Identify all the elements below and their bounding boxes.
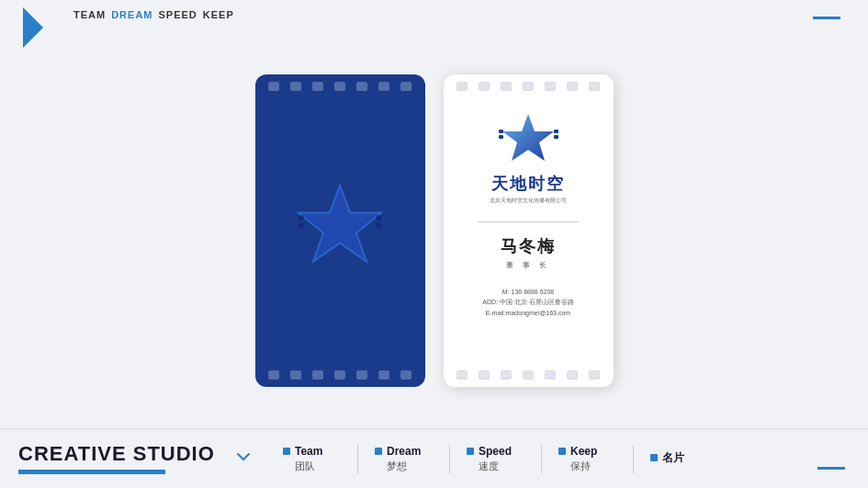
svg-rect-2: [299, 222, 304, 227]
perf-hole: [290, 82, 301, 91]
nav-dream-cn: 梦想: [375, 460, 433, 473]
perf-hole: [479, 370, 490, 380]
white-business-card: 天地时空 北京天地时空文化传播有限公司 马冬梅 董 事 长 M: 136 888…: [444, 74, 614, 387]
footer-left: CREATIVE STUDIO: [0, 429, 257, 488]
svg-rect-6: [499, 130, 503, 133]
divider: [478, 221, 579, 222]
contact-info: M: 136 8888 6208 ADD: 中国·北京·石景山区鲁谷路 E-ma…: [482, 287, 574, 320]
top-bar: TEAM DREAM SPEED KEEP: [0, 0, 868, 17]
perf-hole: [312, 370, 323, 380]
perf-hole: [479, 82, 490, 91]
svg-rect-1: [299, 215, 304, 220]
top-nav: TEAM DREAM SPEED KEEP: [73, 9, 234, 20]
svg-rect-3: [376, 215, 381, 220]
footer-nav-keep[interactable]: Keep 保持: [542, 445, 634, 473]
perf-hole: [268, 370, 279, 380]
nav-team-label: Team: [283, 445, 341, 458]
white-card-inner: 天地时空 北京天地时空文化传播有限公司 马冬梅 董 事 长 M: 136 888…: [444, 74, 614, 387]
perf-hole: [589, 370, 600, 380]
nav-keep-label: Keep: [558, 445, 616, 458]
nav-keep-cn: 保持: [558, 460, 616, 473]
triangle-logo: [23, 7, 43, 48]
white-perforations-top: [444, 82, 614, 91]
person-title: 董 事 长: [506, 260, 550, 270]
perf-hole: [378, 82, 389, 91]
nav-dot-dream: [375, 448, 382, 455]
svg-rect-9: [554, 135, 558, 139]
chevron-down-icon[interactable]: [234, 448, 253, 470]
svg-rect-7: [499, 135, 503, 139]
perf-hole: [501, 370, 512, 380]
creative-studio-title: CREATIVE STUDIO: [18, 443, 239, 465]
main-content: 天地时空 北京天地时空文化传播有限公司 马冬梅 董 事 长 M: 136 888…: [0, 46, 868, 433]
white-card-content: 天地时空 北京天地时空文化传播有限公司 马冬梅 董 事 长 M: 136 888…: [444, 102, 614, 329]
svg-rect-8: [554, 130, 558, 133]
footer-blue-bar: [18, 470, 165, 474]
perf-hole: [567, 370, 578, 380]
perf-hole: [523, 370, 534, 380]
perf-hole: [378, 370, 389, 380]
perf-hole: [567, 82, 578, 91]
nav-team-cn: 团队: [283, 460, 341, 473]
perf-hole: [501, 82, 512, 91]
nav-speed[interactable]: SPEED: [159, 9, 197, 20]
perf-hole: [545, 82, 556, 91]
perf-hole: [268, 82, 279, 91]
nav-speed-label: Speed: [467, 445, 524, 458]
person-name: 马冬梅: [501, 235, 556, 257]
perf-hole: [589, 82, 600, 91]
nav-dream-label: Dream: [375, 445, 433, 458]
svg-marker-5: [502, 114, 554, 161]
svg-rect-4: [376, 222, 381, 227]
perf-hole: [290, 370, 301, 380]
perf-hole: [457, 82, 468, 91]
perf-hole: [334, 82, 345, 91]
perf-hole: [356, 82, 367, 91]
blue-card-inner: [255, 74, 425, 387]
nav-speed-cn: 速度: [467, 460, 524, 473]
blue-perforations-bottom: [255, 370, 425, 380]
blue-film-card: [255, 74, 425, 387]
white-perforations-bottom: [444, 370, 614, 380]
company-name-en: 北京天地时空文化传播有限公司: [490, 197, 567, 205]
nav-dot-keep: [558, 448, 566, 455]
perf-hole: [334, 370, 345, 380]
blue-perforations-top: [255, 82, 425, 91]
phone: M: 136 8888 6208: [482, 287, 574, 298]
nav-team[interactable]: TEAM: [73, 9, 106, 20]
nav-keep[interactable]: KEEP: [203, 9, 234, 20]
footer-nav-dream[interactable]: Dream 梦想: [358, 445, 450, 473]
perf-hole: [545, 370, 556, 380]
footer: CREATIVE STUDIO Team 团队 Dream 梦想: [0, 428, 868, 488]
email: E-mail:madongmei@163.com: [482, 308, 574, 319]
nav-mingpian-label: 名片: [650, 450, 709, 466]
footer-nav: Team 团队 Dream 梦想 Speed 速度 Keep 保持: [257, 429, 868, 488]
footer-nav-mingpian[interactable]: 名片: [634, 450, 726, 468]
perf-hole: [400, 370, 411, 380]
nav-dot-mingpian: [650, 454, 658, 461]
perf-hole: [356, 370, 367, 380]
blue-star-icon: [294, 180, 386, 271]
cards-container: 天地时空 北京天地时空文化传播有限公司 马冬梅 董 事 长 M: 136 888…: [255, 74, 614, 387]
top-dash-accent: [813, 17, 840, 19]
company-name-cn: 天地时空: [491, 173, 565, 195]
perf-hole: [312, 82, 323, 91]
address: ADD: 中国·北京·石景山区鲁谷路: [482, 297, 574, 308]
perf-hole: [457, 370, 468, 380]
nav-dot-speed: [467, 448, 474, 455]
perf-hole: [400, 82, 411, 91]
svg-marker-0: [299, 185, 381, 261]
nav-dot-team: [283, 448, 290, 455]
logo-star-icon: [499, 111, 558, 168]
footer-nav-team[interactable]: Team 团队: [266, 445, 358, 473]
nav-dream[interactable]: DREAM: [111, 9, 152, 20]
footer-right-dash: [817, 467, 845, 470]
footer-nav-speed[interactable]: Speed 速度: [450, 445, 542, 473]
perf-hole: [523, 82, 534, 91]
